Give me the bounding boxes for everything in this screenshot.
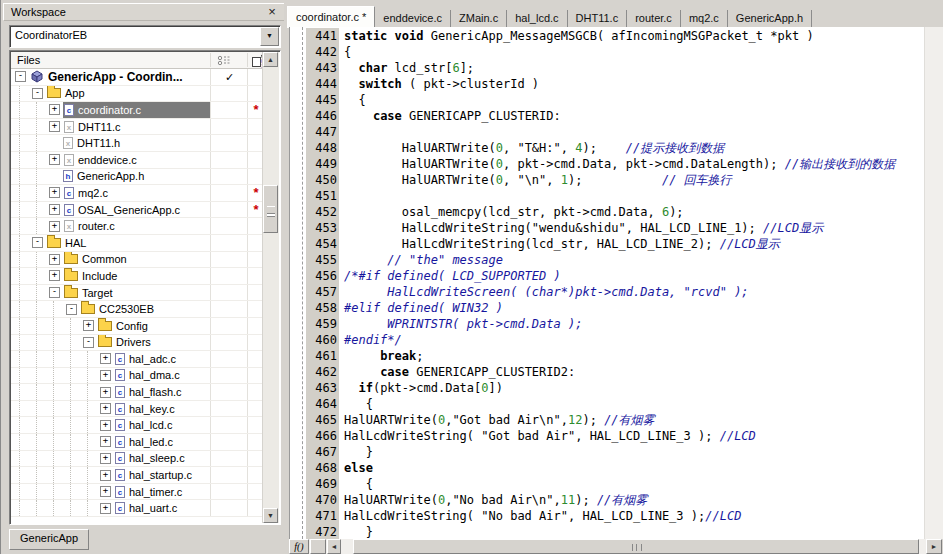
build-check-cell: [210, 484, 248, 500]
modified-star-cell: [247, 351, 263, 367]
code-line: 472 }: [290, 524, 924, 539]
hscrollbar-thumb[interactable]: [353, 539, 919, 554]
code-line: 467 }: [290, 444, 924, 460]
line-number: 466: [306, 428, 339, 444]
code-line: 446 case GENERICAPP_CLUSTERID:: [290, 108, 924, 124]
chevron-down-icon[interactable]: ▼: [260, 27, 279, 46]
tree-item-Include[interactable]: +Include: [11, 268, 263, 285]
tree-item-enddevice-c[interactable]: +xenddevice.c: [11, 152, 263, 169]
tree-item-hal-lcd-c[interactable]: +chal_lcd.c: [11, 417, 263, 434]
expand-icon[interactable]: +: [100, 353, 111, 364]
tree-item-OSAL-GenericApp-c[interactable]: +cOSAL_GenericApp.c*: [11, 202, 263, 219]
tab-GenericApp-h[interactable]: GenericApp.h: [728, 10, 812, 27]
expand-icon[interactable]: +: [100, 370, 111, 381]
close-icon[interactable]: ×: [264, 5, 280, 20]
collapse-icon[interactable]: -: [32, 88, 43, 99]
tree-item-Common[interactable]: +Common: [11, 252, 263, 269]
collapse-icon[interactable]: -: [49, 287, 60, 298]
tree-item-hal-dma-c[interactable]: +chal_dma.c: [11, 368, 263, 385]
tree-item-Drivers[interactable]: -Drivers: [11, 335, 263, 352]
file-tree[interactable]: -GenericApp - Coordin...✓-App+ccoordinat…: [11, 69, 263, 523]
tab-hal-lcd-c[interactable]: hal_lcd.c: [507, 10, 567, 27]
build-check-cell: [210, 185, 248, 201]
tab-ZMain-c[interactable]: ZMain.c: [451, 10, 507, 27]
collapse-icon[interactable]: -: [83, 337, 94, 348]
expand-icon[interactable]: +: [49, 204, 60, 215]
tree-item-router-c[interactable]: +xrouter.c: [11, 218, 263, 235]
build-check-cell: [210, 86, 248, 102]
code-line: 449 HalUARTWrite(0, pkt->cmd.Data, pkt->…: [290, 156, 924, 172]
tree-item-hal-flash-c[interactable]: +chal_flash.c: [11, 384, 263, 401]
tab-DHT11-c[interactable]: DHT11.c: [568, 10, 628, 27]
line-number: 468: [306, 460, 339, 476]
code-line: 453 HalLcdWriteString("wendu&shidu", HAL…: [290, 220, 924, 236]
code-line: 452 osal_memcpy(lcd_str, pkt->cmd.Data, …: [290, 204, 924, 220]
expand-icon[interactable]: +: [100, 403, 111, 414]
files-header-label: Files: [17, 54, 40, 66]
tree-item-hal-sleep-c[interactable]: +chal_sleep.c: [11, 451, 263, 468]
expand-icon[interactable]: +: [100, 436, 111, 447]
tree-item-hal-timer-c[interactable]: +chal_timer.c: [11, 484, 263, 501]
expand-icon[interactable]: +: [49, 121, 60, 132]
scroll-right-icon[interactable]: ►: [926, 539, 942, 554]
tree-item-HAL[interactable]: -HAL: [11, 235, 263, 252]
tab-enddevice-c[interactable]: enddevice.c: [375, 10, 451, 27]
tree-item-hal-startup-c[interactable]: +chal_startup.c: [11, 467, 263, 484]
expand-icon[interactable]: +: [49, 187, 60, 198]
tree-item-App[interactable]: -App: [11, 86, 263, 103]
tree-scrollbar[interactable]: ▲ ▼: [262, 52, 279, 523]
expand-icon[interactable]: +: [49, 270, 60, 281]
code-line: 464 {: [290, 396, 924, 412]
collapse-icon[interactable]: -: [32, 237, 43, 248]
collapse-icon[interactable]: -: [66, 304, 77, 315]
tab-coordinator-c[interactable]: coordinator.c *: [287, 6, 375, 28]
tree-item-CC2530EB[interactable]: -CC2530EB: [11, 301, 263, 318]
tree-item-hal-uart-c[interactable]: +chal_uart.c: [11, 500, 263, 517]
config-dropdown[interactable]: CoordinatorEB ▼: [9, 25, 281, 48]
tree-item-GenericApp-h[interactable]: hGenericApp.h: [11, 169, 263, 186]
modified-star-cell: [247, 467, 263, 483]
expand-icon[interactable]: +: [83, 320, 94, 331]
expand-icon[interactable]: +: [100, 387, 111, 398]
expand-icon[interactable]: +: [100, 503, 111, 514]
tab-mq2-c[interactable]: mq2.c: [681, 10, 728, 27]
scroll-up-icon[interactable]: ▲: [263, 52, 278, 67]
tree-scrollbar-thumb[interactable]: [263, 185, 278, 233]
build-check-cell: [210, 417, 248, 433]
scroll-down-icon[interactable]: ▼: [263, 508, 278, 523]
modified-star-cell: [247, 252, 263, 268]
expand-icon[interactable]: +: [49, 104, 60, 115]
expand-icon[interactable]: +: [100, 420, 111, 431]
bookmark-button[interactable]: [310, 539, 326, 554]
expand-icon[interactable]: +: [100, 486, 111, 497]
expand-icon[interactable]: +: [100, 470, 111, 481]
tree-item-DHT11-h[interactable]: xDHT11.h: [11, 135, 263, 152]
tree-item-coordinator-c[interactable]: +ccoordinator.c*: [11, 102, 263, 119]
tree-item-Target[interactable]: -Target: [11, 285, 263, 302]
expand-icon[interactable]: +: [49, 254, 60, 265]
expand-icon[interactable]: +: [100, 453, 111, 464]
code-line: 461 break;: [290, 348, 924, 364]
code-line: 442{: [290, 44, 924, 60]
tree-item-hal-key-c[interactable]: +chal_key.c: [11, 401, 263, 418]
tree-item-hal-adc-c[interactable]: +chal_adc.c: [11, 351, 263, 368]
tree-item-hal-led-c[interactable]: +chal_led.c: [11, 434, 263, 451]
function-list-button[interactable]: f(): [289, 539, 309, 554]
expand-icon[interactable]: +: [49, 221, 60, 232]
workspace-bottom-tab[interactable]: GenericApp: [9, 529, 89, 550]
tree-item-mq2-c[interactable]: +cmq2.c*: [11, 185, 263, 202]
build-check-cell: ✓: [210, 69, 248, 85]
code-area[interactable]: 441static void GenericApp_MessageMSGCB( …: [289, 27, 924, 539]
tree-item-GenericApp-Coordin[interactable]: -GenericApp - Coordin...✓: [11, 69, 263, 86]
code-line: 460#endif*/: [290, 332, 924, 348]
tree-item-DHT11-c[interactable]: +xDHT11.c: [11, 119, 263, 136]
code-line: 441static void GenericApp_MessageMSGCB( …: [290, 28, 924, 44]
scroll-left-icon[interactable]: ◄: [327, 539, 341, 554]
line-number: 463: [306, 380, 339, 396]
expand-icon[interactable]: +: [49, 154, 60, 165]
tree-item-Config[interactable]: +Config: [11, 318, 263, 335]
tab-router-c[interactable]: router.c: [627, 10, 681, 27]
application-window: Workspace × CoordinatorEB ▼ Files 0110 -…: [0, 0, 943, 554]
editor-hscrollbar[interactable]: f() ◄ ►: [289, 539, 942, 554]
collapse-icon[interactable]: -: [15, 71, 26, 82]
